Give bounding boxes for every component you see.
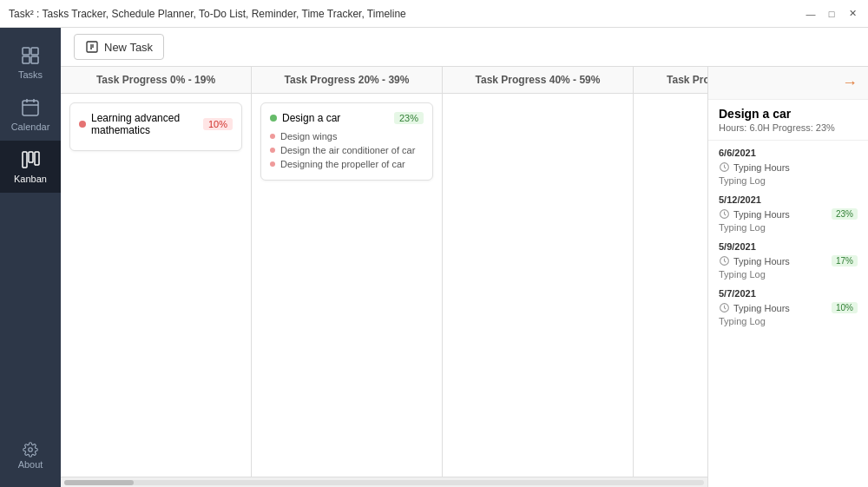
log-progress-badge-2: 17% bbox=[832, 255, 858, 267]
new-task-button[interactable]: New Task bbox=[74, 34, 164, 60]
maximize-button[interactable]: □ bbox=[825, 7, 838, 21]
column-40-59: Task Progress 40% - 59% bbox=[443, 67, 634, 477]
column-20-39: Task Progress 20% - 39% Design a car 23% bbox=[252, 67, 443, 477]
column-0-19: Task Progress 0% - 19% Learning advanced… bbox=[61, 67, 252, 477]
close-button[interactable]: ✕ bbox=[845, 7, 859, 21]
log-label-1: Typing Log bbox=[719, 222, 858, 233]
svg-rect-4 bbox=[23, 101, 38, 115]
window-controls: — □ ✕ bbox=[804, 7, 859, 21]
collapse-panel-button[interactable]: → bbox=[842, 74, 858, 92]
svg-point-11 bbox=[29, 448, 33, 452]
task-badge-23: 23% bbox=[394, 112, 424, 124]
new-task-icon bbox=[85, 40, 99, 54]
log-label-0: Typing Log bbox=[719, 175, 858, 186]
log-date-1: 5/12/2021 bbox=[719, 194, 858, 205]
svg-rect-1 bbox=[31, 48, 38, 55]
tasks-label: Tasks bbox=[18, 69, 43, 80]
subtask-wings: Design wings bbox=[270, 129, 424, 143]
column-body-20-39: Design a car 23% Design wings bbox=[252, 94, 442, 477]
task-card-car-header: Design a car 23% bbox=[270, 112, 424, 124]
svg-rect-2 bbox=[23, 56, 30, 63]
svg-rect-3 bbox=[31, 56, 38, 63]
right-panel-body: 6/6/2021 Typing Hours Typing Log 5/12/20… bbox=[708, 141, 868, 487]
svg-rect-8 bbox=[23, 152, 27, 168]
column-header-20-39: Task Progress 20% - 39% bbox=[252, 67, 442, 94]
column-body-0-19: Learning advanced mathematics 10% bbox=[61, 94, 251, 477]
subtask-dot-1 bbox=[270, 134, 275, 139]
log-typing-row-2: Typing Hours 17% bbox=[719, 255, 858, 267]
task-dot-red bbox=[79, 121, 86, 128]
sidebar-item-kanban[interactable]: Kanban bbox=[0, 141, 61, 193]
column-header-40-59: Task Progress 40% - 59% bbox=[443, 67, 633, 94]
tasks-icon bbox=[20, 45, 41, 66]
clock-icon-2 bbox=[719, 255, 730, 267]
subtask-aircon: Design the air conditioner of car bbox=[270, 143, 424, 157]
scrollbar-thumb[interactable] bbox=[64, 480, 134, 485]
subtask-dot-3 bbox=[270, 161, 275, 167]
sidebar-item-tasks[interactable]: Tasks bbox=[0, 36, 61, 89]
column-60-79: Task Progress 60% - 79% bbox=[634, 67, 707, 477]
sidebar: Tasks Calendar Kanban bbox=[0, 28, 61, 487]
right-panel-task-title: Design a car bbox=[708, 100, 868, 122]
log-label-2: Typing Log bbox=[719, 269, 858, 280]
horizontal-scrollbar[interactable] bbox=[61, 477, 707, 487]
svg-rect-0 bbox=[23, 48, 30, 55]
about-label: About bbox=[18, 459, 43, 470]
typing-hours-text-0: Typing Hours bbox=[733, 162, 790, 173]
subtask-propeller: Designing the propeller of car bbox=[270, 157, 424, 171]
typing-hours-text-2: Typing Hours bbox=[733, 256, 790, 267]
column-body-40-59 bbox=[443, 94, 633, 477]
subtask-text-2: Design the air conditioner of car bbox=[280, 145, 415, 155]
clock-icon-1 bbox=[719, 208, 730, 220]
log-date-0: 6/6/2021 bbox=[719, 148, 858, 158]
task-title-math: Learning advanced mathematics bbox=[79, 112, 203, 136]
kanban-area: Task Progress 0% - 19% Learning advanced… bbox=[61, 67, 868, 487]
log-typing-row-1: Typing Hours 23% bbox=[719, 208, 858, 220]
sidebar-about[interactable]: About bbox=[0, 433, 61, 478]
task-title-text: Learning advanced mathematics bbox=[91, 112, 203, 136]
typing-hours-text-3: Typing Hours bbox=[733, 303, 790, 313]
column-header-0-19: Task Progress 0% - 19% bbox=[61, 67, 251, 94]
task-title-car-text: Design a car bbox=[282, 112, 340, 124]
sidebar-item-calendar[interactable]: Calendar bbox=[0, 89, 61, 141]
window-title: Task² : Tasks Tracker, Schedule Planner,… bbox=[9, 8, 406, 20]
app-container: Tasks Calendar Kanban bbox=[0, 28, 868, 487]
title-bar: Task² : Tasks Tracker, Schedule Planner,… bbox=[0, 0, 868, 28]
task-card-car[interactable]: Design a car 23% Design wings bbox=[260, 102, 433, 181]
log-typing-label-3: Typing Hours bbox=[719, 302, 790, 313]
svg-rect-9 bbox=[29, 152, 33, 162]
subtask-text-1: Design wings bbox=[280, 131, 337, 141]
log-progress-badge-1: 23% bbox=[832, 208, 858, 220]
typing-hours-text-1: Typing Hours bbox=[733, 209, 790, 220]
log-typing-label-2: Typing Hours bbox=[719, 255, 790, 267]
clock-icon-3 bbox=[719, 302, 730, 313]
kanban-icon bbox=[20, 149, 41, 170]
task-dot-green bbox=[270, 115, 277, 122]
log-typing-row-0: Typing Hours bbox=[719, 161, 858, 173]
subtask-text-3: Designing the propeller of car bbox=[280, 159, 405, 169]
gear-icon bbox=[23, 442, 38, 457]
new-task-label: New Task bbox=[104, 41, 153, 54]
right-panel: → Design a car Hours: 6.0H Progress: 23%… bbox=[707, 67, 868, 487]
log-typing-row-3: Typing Hours 10% bbox=[719, 302, 858, 313]
right-panel-header: → bbox=[708, 67, 868, 100]
kanban-label: Kanban bbox=[14, 174, 47, 184]
columns-wrapper: Task Progress 0% - 19% Learning advanced… bbox=[61, 67, 707, 487]
svg-rect-10 bbox=[35, 152, 39, 165]
subtask-dot-2 bbox=[270, 148, 275, 153]
log-date-2: 5/9/2021 bbox=[719, 241, 858, 252]
task-title-car: Design a car bbox=[270, 112, 340, 124]
task-badge-10: 10% bbox=[203, 118, 233, 130]
column-header-60-79: Task Progress 60% - 79% bbox=[634, 67, 707, 94]
columns-container[interactable]: Task Progress 0% - 19% Learning advanced… bbox=[61, 67, 707, 477]
task-card-math[interactable]: Learning advanced mathematics 10% bbox=[69, 102, 242, 151]
log-typing-label-1: Typing Hours bbox=[719, 208, 790, 220]
right-panel-task-meta: Hours: 6.0H Progress: 23% bbox=[708, 122, 868, 141]
minimize-button[interactable]: — bbox=[804, 7, 818, 21]
calendar-icon bbox=[20, 97, 41, 118]
calendar-label: Calendar bbox=[11, 122, 50, 132]
log-date-3: 5/7/2021 bbox=[719, 288, 858, 299]
column-body-60-79 bbox=[634, 94, 707, 477]
task-card-header: Learning advanced mathematics 10% bbox=[79, 112, 233, 136]
scrollbar-track bbox=[64, 480, 704, 485]
